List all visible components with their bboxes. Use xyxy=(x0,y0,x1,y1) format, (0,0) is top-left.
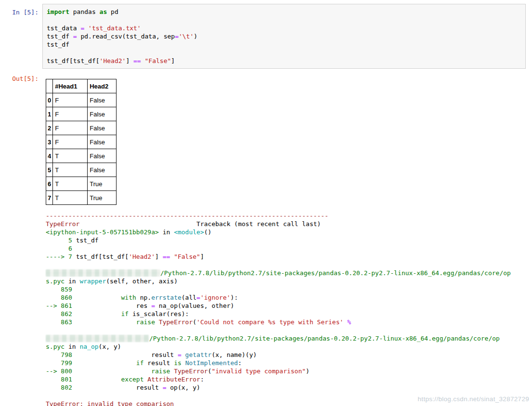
output-prompt: Out[5]: xyxy=(0,74,42,83)
table-cell: T xyxy=(53,177,88,191)
table-cell: T xyxy=(53,163,88,177)
code-token: ] xyxy=(200,253,204,260)
table-cell: False xyxy=(88,107,117,121)
code-token: ] xyxy=(126,57,133,64)
code-token xyxy=(76,359,136,367)
output-cell: Out[5]: #Head1Head20FFalse1FFalse2FFalse… xyxy=(0,74,532,406)
code-token: /Python-2.7.8/lib/python2.7/site-package… xyxy=(149,335,500,342)
code-line xyxy=(47,16,521,24)
traceback-line: /Python-2.7.8/lib/python2.7/site-package… xyxy=(46,334,532,343)
traceback-line: 802 result = op(x, y) xyxy=(46,383,532,392)
code-line: tst_df xyxy=(47,40,521,49)
code-token: = xyxy=(196,294,200,301)
code-token: 'tst_data.txt' xyxy=(88,25,141,32)
code-token: "False" xyxy=(145,57,171,64)
censored-path-blur xyxy=(46,335,149,342)
traceback-line: 859 xyxy=(46,285,532,293)
code-token: with xyxy=(121,294,136,301)
code-line xyxy=(47,49,521,57)
code-token: TypeError xyxy=(46,220,79,228)
traceback: ----------------------------------------… xyxy=(46,212,532,406)
code-token: % xyxy=(347,318,351,326)
code-token: raise xyxy=(151,368,170,375)
code-token: ) xyxy=(306,368,310,375)
code-token: ) xyxy=(194,33,197,40)
code-token: (x, name)(y) xyxy=(211,351,257,358)
code-token: = xyxy=(175,33,179,40)
traceback-line: 799 if result is NotImplemented: xyxy=(46,359,532,367)
code-token: AttributeError xyxy=(147,376,200,383)
code-token: if xyxy=(136,359,144,367)
code-token: TypeError xyxy=(174,368,208,375)
table-row: 4TFalse xyxy=(46,149,117,163)
code-token: --> 800 xyxy=(46,368,76,375)
code-token: result xyxy=(76,351,178,358)
code-token: () xyxy=(204,228,212,236)
code-token: '\t' xyxy=(179,33,194,40)
code-token: result xyxy=(76,384,163,391)
column-header xyxy=(46,79,53,93)
code-token: 802 xyxy=(46,384,76,391)
table-cell: False xyxy=(88,163,117,177)
table-cell: True xyxy=(88,177,117,191)
code-token: pd.read_csv(tst_data, sep xyxy=(77,33,175,40)
code-token: <ipython-input-5-057151bb029a> xyxy=(46,228,159,236)
code-token: 'Could not compare %s type with Series' xyxy=(196,318,343,326)
code-token: TypeError: invalid type comparison xyxy=(46,400,174,406)
traceback-line: ----> 7 tst_df[tst_df['Head2'] == "False… xyxy=(46,253,532,261)
code-token: in xyxy=(159,228,174,236)
code-token: ): xyxy=(231,294,238,301)
table-row: 7TTrue xyxy=(46,191,117,205)
row-index: 3 xyxy=(46,135,53,149)
table-row: 2FFalse xyxy=(46,121,117,135)
traceback-line: s.pyc in wrapper(self, other, axis) xyxy=(46,277,532,285)
row-index: 0 xyxy=(46,93,53,107)
code-token: if xyxy=(121,310,129,317)
code-token: = xyxy=(178,351,182,358)
table-cell: False xyxy=(88,135,117,149)
code-token: result xyxy=(144,359,174,367)
code-token: == xyxy=(163,253,170,260)
code-token: 6 xyxy=(46,245,76,252)
code-token: : xyxy=(200,376,204,383)
code-token: TypeError xyxy=(159,318,193,326)
code-token: getattr xyxy=(185,351,212,358)
code-token: tst_df xyxy=(76,237,99,244)
code-token: 860 xyxy=(46,294,76,301)
code-token xyxy=(141,57,145,64)
column-header: #Head1 xyxy=(53,79,88,93)
traceback-line: 5 tst_df xyxy=(46,236,532,244)
code-token xyxy=(76,310,121,317)
code-token: "invalid type comparison" xyxy=(211,368,306,375)
traceback-line: s.pyc in na_op(x, y) xyxy=(46,343,532,351)
input-code: import pandas as pdtst_data = 'tst_data.… xyxy=(47,8,521,65)
code-token: (all xyxy=(182,294,196,301)
code-token xyxy=(170,368,174,375)
table-row: 0FFalse xyxy=(46,93,117,107)
code-token: is xyxy=(174,359,182,367)
code-token: s.pyc xyxy=(46,343,65,350)
code-token: 'Head2' xyxy=(100,57,126,64)
row-index: 6 xyxy=(46,177,53,191)
code-line: tst_df[tst_df['Head2'] == "False"] xyxy=(47,57,521,65)
input-cell: In [5]: import pandas as pdtst_data = 't… xyxy=(0,4,532,69)
code-token: ] xyxy=(171,57,175,64)
traceback-line xyxy=(46,261,532,269)
code-token: in xyxy=(65,278,79,285)
traceback-line: 863 raise TypeError('Could not compare %… xyxy=(46,318,532,326)
code-token xyxy=(76,318,136,326)
code-token xyxy=(84,25,88,32)
code-token: na_op(values, other) xyxy=(155,302,234,309)
code-token xyxy=(182,359,185,367)
code-token: tst_data xyxy=(47,25,80,32)
code-editor[interactable]: import pandas as pdtst_data = 'tst_data.… xyxy=(42,4,526,69)
traceback-line: --> 800 raise TypeError("invalid type co… xyxy=(46,367,532,375)
table-cell: F xyxy=(53,135,88,149)
code-token: ] xyxy=(155,253,163,260)
traceback-line: ----------------------------------------… xyxy=(46,212,532,220)
code-token: tst_df[tst_df[ xyxy=(47,57,100,64)
code-token: ( xyxy=(193,318,196,326)
input-prompt: In [5]: xyxy=(0,4,42,16)
code-token: 862 xyxy=(46,310,76,317)
code-token xyxy=(76,368,152,375)
